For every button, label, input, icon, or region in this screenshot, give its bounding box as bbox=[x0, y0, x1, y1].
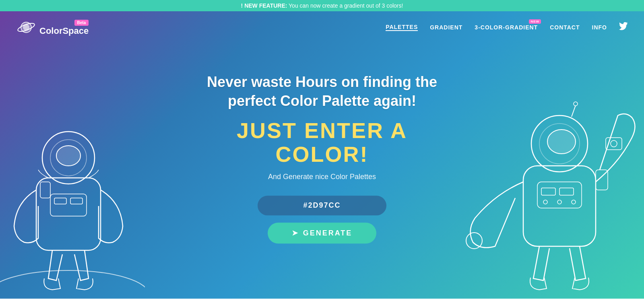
logo-text-wrap: Beta ColorSpace bbox=[39, 20, 89, 35]
generate-icon: ➤ bbox=[292, 229, 299, 238]
announcement-prefix: ! NEW FEATURE: bbox=[241, 2, 287, 9]
navbar: Beta ColorSpace PALETTES GRADIENT 3-COLO… bbox=[0, 11, 644, 43]
svg-rect-11 bbox=[40, 182, 50, 198]
svg-point-7 bbox=[56, 146, 80, 166]
generate-label: GENERATE bbox=[303, 229, 353, 237]
hero-main-cta: JUST ENTER A COLOR! bbox=[181, 119, 463, 167]
svg-point-27 bbox=[574, 102, 578, 106]
twitter-icon[interactable] bbox=[619, 22, 628, 33]
nav-info[interactable]: INFO bbox=[592, 24, 607, 31]
logo-text: ColorSpace bbox=[39, 27, 89, 35]
svg-rect-10 bbox=[70, 198, 83, 204]
svg-rect-9 bbox=[54, 198, 66, 204]
svg-point-15 bbox=[547, 130, 576, 154]
beta-badge: Beta bbox=[74, 20, 89, 26]
logo-area: Beta ColorSpace bbox=[16, 17, 89, 37]
svg-rect-8 bbox=[50, 194, 87, 216]
generate-button[interactable]: ➤ GENERATE bbox=[268, 223, 377, 244]
hero-sub: And Generate nice Color Palettes bbox=[181, 173, 463, 181]
svg-point-22 bbox=[572, 200, 576, 204]
svg-rect-19 bbox=[559, 188, 574, 195]
svg-rect-18 bbox=[541, 188, 555, 195]
astronaut-right bbox=[459, 49, 644, 299]
logo-icon bbox=[16, 17, 36, 37]
svg-point-21 bbox=[557, 200, 561, 204]
nav-3color[interactable]: 3-COLOR-GRADIENT NEW bbox=[475, 24, 538, 31]
announcement-text: You can now create a gradient out of 3 c… bbox=[289, 2, 403, 9]
nav-links: PALETTES GRADIENT 3-COLOR-GRADIENT NEW C… bbox=[386, 22, 628, 33]
new-badge: NEW bbox=[529, 19, 541, 24]
svg-point-24 bbox=[611, 140, 617, 147]
nav-contact[interactable]: CONTACT bbox=[550, 24, 580, 31]
hero-section: Beta ColorSpace PALETTES GRADIENT 3-COLO… bbox=[0, 11, 644, 299]
svg-point-2 bbox=[23, 24, 29, 31]
announcement-bar: ! NEW FEATURE: You can now create a grad… bbox=[0, 0, 644, 11]
svg-rect-4 bbox=[36, 178, 101, 250]
hero-content: Never waste Hours on finding the perfect… bbox=[181, 73, 463, 243]
astronaut-left bbox=[0, 65, 145, 299]
svg-rect-12 bbox=[523, 166, 596, 246]
svg-line-26 bbox=[572, 105, 576, 117]
nav-gradient[interactable]: GRADIENT bbox=[430, 24, 462, 31]
svg-point-20 bbox=[543, 200, 547, 204]
svg-point-3 bbox=[0, 270, 145, 299]
hero-tagline: Never waste Hours on finding the perfect… bbox=[181, 73, 463, 111]
color-input[interactable] bbox=[258, 196, 386, 216]
svg-point-16 bbox=[466, 233, 482, 249]
nav-palettes[interactable]: PALETTES bbox=[386, 24, 418, 31]
